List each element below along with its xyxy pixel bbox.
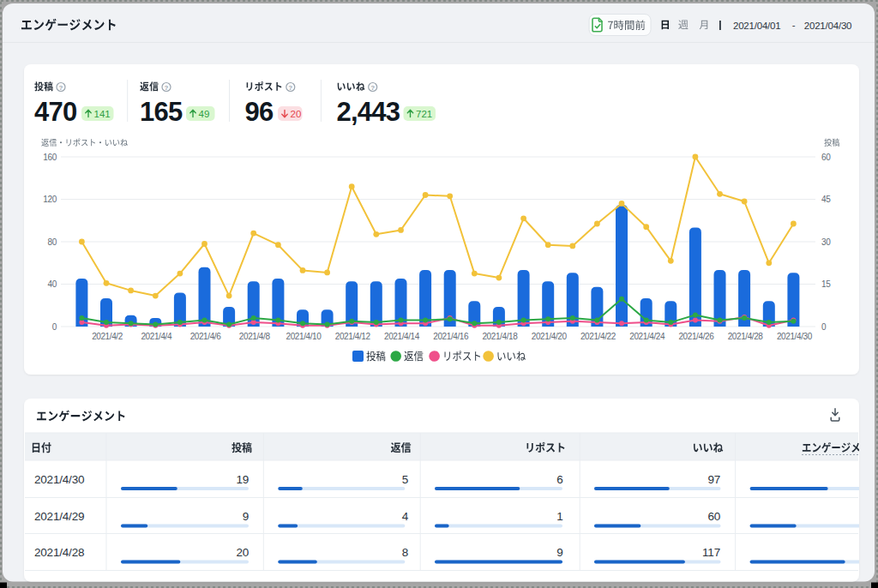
svg-text:0: 0 — [821, 322, 827, 332]
svg-text:721: 721 — [416, 109, 432, 119]
svg-text:60: 60 — [707, 510, 720, 523]
svg-text:49: 49 — [199, 109, 210, 119]
svg-text:2021/4/14: 2021/4/14 — [384, 332, 420, 341]
svg-text:2021/4/12: 2021/4/12 — [335, 332, 371, 341]
svg-text:40: 40 — [47, 279, 57, 289]
svg-text:2021/4/16: 2021/4/16 — [433, 332, 469, 341]
svg-text:9: 9 — [243, 510, 249, 523]
svg-text:9: 9 — [556, 546, 562, 559]
svg-text:1: 1 — [556, 510, 562, 523]
svg-text:15: 15 — [821, 279, 831, 289]
svg-text:2021/4/8: 2021/4/8 — [239, 332, 271, 341]
svg-text:2021/4/30: 2021/4/30 — [34, 473, 84, 486]
svg-text:2021/4/4: 2021/4/4 — [141, 332, 172, 341]
svg-text:2021/4/29: 2021/4/29 — [34, 510, 84, 523]
svg-text:165: 165 — [140, 97, 183, 127]
svg-text:141: 141 — [94, 109, 111, 119]
svg-text:60: 60 — [821, 153, 831, 162]
svg-text:19: 19 — [236, 473, 249, 486]
svg-text:2021/04/01: 2021/04/01 — [733, 21, 781, 31]
svg-text:6: 6 — [556, 473, 562, 486]
svg-text:2021/04/30: 2021/04/30 — [804, 21, 852, 31]
svg-text:?: ? — [288, 84, 292, 92]
svg-text:4: 4 — [402, 510, 409, 523]
svg-text:2021/4/6: 2021/4/6 — [190, 332, 222, 341]
svg-text:2021/4/10: 2021/4/10 — [286, 332, 322, 341]
svg-text:2021/4/22: 2021/4/22 — [580, 332, 616, 341]
svg-text:45: 45 — [821, 195, 831, 204]
svg-text:8: 8 — [402, 546, 408, 559]
svg-text:96: 96 — [245, 97, 274, 127]
svg-text:5: 5 — [402, 473, 408, 486]
svg-text:2021/4/18: 2021/4/18 — [482, 332, 518, 341]
svg-text:20: 20 — [236, 546, 249, 559]
svg-text:117: 117 — [702, 546, 720, 559]
svg-text:2,443: 2,443 — [337, 97, 400, 127]
svg-text:2021/4/20: 2021/4/20 — [532, 332, 568, 341]
svg-text:2021/4/2: 2021/4/2 — [92, 332, 123, 341]
svg-text:?: ? — [165, 84, 169, 92]
svg-text:2021/4/24: 2021/4/24 — [629, 332, 665, 341]
svg-text:470: 470 — [34, 97, 76, 127]
svg-text:2021/4/28: 2021/4/28 — [34, 546, 84, 559]
svg-text:20: 20 — [291, 109, 302, 119]
svg-text:?: ? — [370, 84, 375, 92]
svg-text:0: 0 — [52, 322, 57, 332]
svg-text:2021/4/30: 2021/4/30 — [777, 332, 813, 341]
svg-text:2021/4/26: 2021/4/26 — [678, 332, 714, 341]
svg-text:160: 160 — [43, 153, 57, 162]
svg-text:-: - — [792, 20, 796, 30]
svg-text:97: 97 — [707, 473, 720, 486]
svg-text:?: ? — [59, 84, 63, 92]
svg-text:80: 80 — [47, 237, 57, 247]
svg-text:120: 120 — [43, 195, 57, 204]
svg-text:30: 30 — [821, 237, 831, 247]
svg-text:2021/4/28: 2021/4/28 — [728, 332, 764, 341]
